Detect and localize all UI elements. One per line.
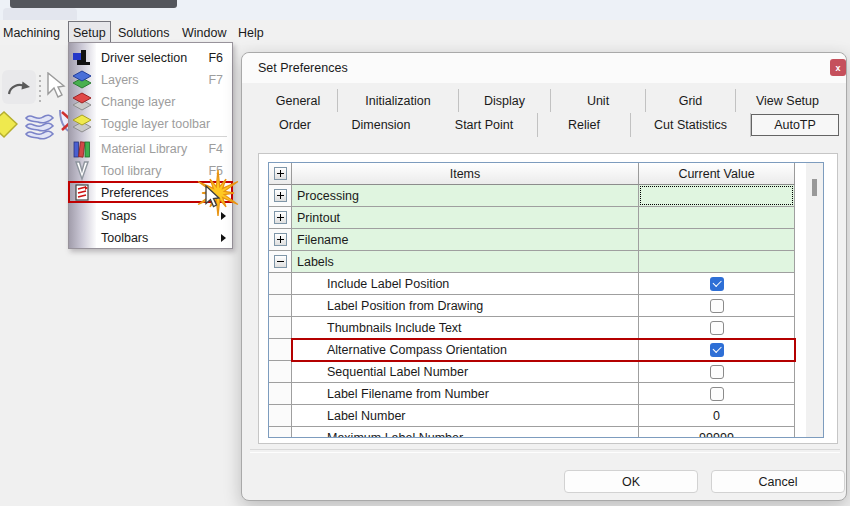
item-cell[interactable]: Labels bbox=[292, 251, 639, 273]
tab-order[interactable]: Order bbox=[259, 113, 331, 137]
tab-view-setup[interactable]: View Setup bbox=[736, 89, 839, 112]
row-expander-cell[interactable] bbox=[269, 185, 292, 207]
menu-setup[interactable]: Setup bbox=[68, 21, 111, 44]
driver-selection-icon bbox=[72, 48, 93, 68]
expander-icon[interactable] bbox=[274, 167, 287, 180]
item-cell[interactable]: Sequential Label Number bbox=[292, 361, 639, 383]
redo-arrow-icon bbox=[7, 77, 33, 99]
setup-dropdown-menu: Driver selectionF6LayersF7Change layerTo… bbox=[68, 42, 233, 249]
application-window: MachiningSetupSolutionsWindowHelp Driver… bbox=[0, 0, 850, 506]
row-expander-cell bbox=[269, 405, 292, 427]
layers-icon bbox=[72, 70, 93, 90]
value-cell[interactable] bbox=[639, 383, 795, 405]
row-expander-cell bbox=[269, 273, 292, 295]
vertical-scrollbar[interactable] bbox=[806, 163, 823, 437]
set-preferences-dialog: Set Preferences x GeneralInitializationD… bbox=[241, 52, 847, 501]
toolbar-separator bbox=[38, 75, 41, 103]
shortcut-label: F6 bbox=[208, 51, 223, 65]
menu-separator bbox=[99, 136, 227, 137]
value-cell[interactable] bbox=[639, 273, 795, 295]
value-cell[interactable] bbox=[639, 229, 795, 251]
menu-item-toolbars[interactable]: Toolbars bbox=[69, 227, 232, 249]
checkbox-unchecked-icon[interactable] bbox=[710, 299, 724, 313]
scrollbar-thumb[interactable] bbox=[812, 179, 817, 196]
tab-dimension[interactable]: Dimension bbox=[331, 113, 431, 137]
item-cell[interactable]: Thumbnails Include Text bbox=[292, 317, 639, 339]
wavy-surface-icon[interactable] bbox=[23, 109, 57, 141]
submenu-arrow-icon bbox=[221, 234, 226, 242]
menu-item-toggle-layer-toolbar[interactable]: Toggle layer toolbar bbox=[69, 113, 232, 135]
row-expander-cell bbox=[269, 361, 292, 383]
tab-row-2: OrderDimensionStart PointReliefCut Stati… bbox=[259, 113, 839, 137]
row-expander-cell[interactable] bbox=[269, 229, 292, 251]
value-cell[interactable] bbox=[639, 295, 795, 317]
menu-window[interactable]: Window bbox=[182, 21, 226, 44]
tab-relief[interactable]: Relief bbox=[538, 113, 631, 137]
menu-item-layers[interactable]: LayersF7 bbox=[69, 69, 232, 91]
close-icon[interactable]: x bbox=[830, 59, 846, 76]
menu-solutions[interactable]: Solutions bbox=[118, 21, 169, 44]
checkbox-unchecked-icon[interactable] bbox=[710, 365, 724, 379]
value-cell[interactable]: 99999 bbox=[639, 427, 795, 438]
expand-icon[interactable] bbox=[274, 233, 287, 246]
shortcut-label: F4 bbox=[208, 142, 223, 156]
tab-unit[interactable]: Unit bbox=[551, 89, 646, 112]
item-cell[interactable]: Maximum Label Number bbox=[292, 427, 639, 438]
checkbox-unchecked-icon[interactable] bbox=[710, 387, 724, 401]
titlebar-tab-artifact bbox=[3, 8, 77, 20]
row-expander-cell[interactable] bbox=[269, 207, 292, 229]
change-layer-icon bbox=[72, 92, 93, 112]
item-cell[interactable]: Include Label Position bbox=[292, 273, 639, 295]
preferences-table: ItemsCurrent ValueProcessingPrintoutFile… bbox=[268, 162, 824, 438]
select-cursor-icon[interactable] bbox=[46, 72, 66, 100]
material-library-icon bbox=[72, 139, 93, 159]
tab-start-point[interactable]: Start Point bbox=[431, 113, 538, 137]
row-expander-cell bbox=[269, 383, 292, 405]
focused-value-cell bbox=[640, 186, 793, 205]
item-cell[interactable]: Label Position from Drawing bbox=[292, 295, 639, 317]
row-expander-cell bbox=[269, 317, 292, 339]
tab-row-1: GeneralInitializationDisplayUnitGridView… bbox=[259, 89, 839, 112]
ok-button[interactable]: OK bbox=[564, 470, 698, 493]
checkbox-unchecked-icon[interactable] bbox=[710, 321, 724, 335]
checkbox-checked-icon[interactable] bbox=[710, 277, 724, 291]
dialog-title: Set Preferences bbox=[258, 61, 348, 75]
tab-grid[interactable]: Grid bbox=[646, 89, 736, 112]
value-cell[interactable] bbox=[639, 207, 795, 229]
tab-display[interactable]: Display bbox=[459, 89, 551, 112]
toggle-layer-toolbar-icon bbox=[72, 114, 93, 134]
menu-machining[interactable]: Machining bbox=[3, 21, 60, 44]
tab-general[interactable]: General bbox=[259, 89, 338, 112]
tab-cut-statistics[interactable]: Cut Statistics bbox=[631, 113, 751, 137]
item-cell[interactable]: Printout bbox=[292, 207, 639, 229]
menu-item-change-layer[interactable]: Change layer bbox=[69, 91, 232, 113]
value-cell[interactable] bbox=[639, 361, 795, 383]
cancel-button[interactable]: Cancel bbox=[711, 470, 845, 493]
item-cell[interactable]: Label Number bbox=[292, 405, 639, 427]
column-header[interactable]: Items bbox=[292, 163, 639, 185]
menu-help[interactable]: Help bbox=[238, 21, 264, 44]
expand-all-header[interactable] bbox=[269, 163, 292, 185]
item-cell[interactable]: Filename bbox=[292, 229, 639, 251]
value-cell[interactable]: 0 bbox=[639, 405, 795, 427]
expand-icon[interactable] bbox=[274, 211, 287, 224]
menu-item-material-library[interactable]: Material LibraryF4 bbox=[69, 138, 232, 160]
row-expander-cell[interactable] bbox=[269, 251, 292, 273]
expand-icon[interactable] bbox=[274, 189, 287, 202]
tab-initialization[interactable]: Initialization bbox=[338, 89, 459, 112]
row-expander-cell bbox=[269, 295, 292, 317]
column-header[interactable]: Current Value bbox=[639, 163, 795, 185]
value-cell[interactable] bbox=[639, 185, 795, 207]
item-cell[interactable]: Processing bbox=[292, 185, 639, 207]
item-cell[interactable]: Label Filename from Number bbox=[292, 383, 639, 405]
shortcut-label: F7 bbox=[208, 73, 223, 87]
yellow-layer-icon[interactable] bbox=[0, 110, 18, 140]
row-expander-cell bbox=[269, 339, 292, 361]
value-cell[interactable] bbox=[639, 251, 795, 273]
collapse-icon[interactable] bbox=[274, 255, 287, 268]
tab-autotp[interactable]: AutoTP bbox=[751, 114, 839, 136]
menu-item-driver-selection[interactable]: Driver selectionF6 bbox=[69, 47, 232, 69]
tool-library-icon bbox=[72, 161, 93, 181]
value-cell[interactable] bbox=[639, 317, 795, 339]
titlebar-dark-bar bbox=[10, 0, 177, 8]
